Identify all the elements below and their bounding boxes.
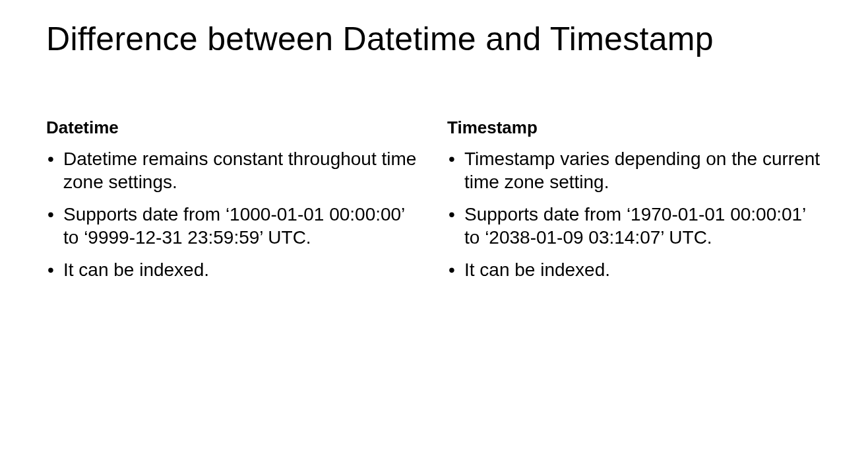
right-list: Timestamp varies depending on the curren… [447, 147, 822, 281]
list-item: Timestamp varies depending on the curren… [447, 147, 822, 193]
list-item: Datetime remains constant throughout tim… [46, 147, 421, 193]
slide-title: Difference between Datetime and Timestam… [46, 20, 822, 58]
list-item: Supports date from ‘1970-01-01 00:00:01’… [447, 203, 822, 249]
left-heading: Datetime [46, 118, 421, 138]
left-list: Datetime remains constant throughout tim… [46, 147, 421, 281]
list-item: It can be indexed. [447, 258, 822, 281]
list-item: It can be indexed. [46, 258, 421, 281]
right-column: Timestamp Timestamp varies depending on … [447, 118, 822, 291]
right-heading: Timestamp [447, 118, 822, 138]
left-column: Datetime Datetime remains constant throu… [46, 118, 421, 291]
content-columns: Datetime Datetime remains constant throu… [46, 118, 822, 291]
list-item: Supports date from ‘1000-01-01 00:00:00’… [46, 203, 421, 249]
